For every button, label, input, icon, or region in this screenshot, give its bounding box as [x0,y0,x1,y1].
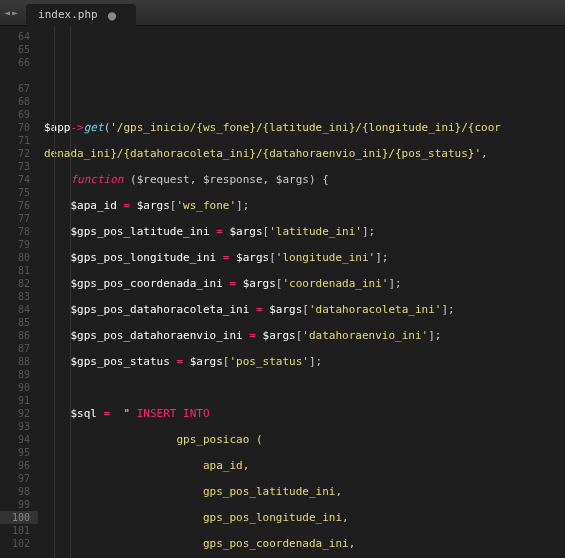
titlebar: ◄ ► index.php ● [0,0,565,26]
code-line: gps_pos_longitude_ini, [44,511,559,524]
line-number: 88 [0,355,30,368]
line-number: 93 [0,420,30,433]
line-number: 97 [0,472,30,485]
line-number: 65 [0,43,30,56]
line-number: 76 [0,199,30,212]
line-number: 102 [0,537,30,550]
line-number: 75 [0,186,30,199]
code-line: $gps_pos_coordenada_ini = $args['coorden… [44,277,559,290]
line-number [0,69,30,82]
line-number: 80 [0,251,30,264]
code-area[interactable]: $app->get('/gps_inicio/{ws_fone}/{latitu… [38,26,565,558]
code-line: $apa_id = $args['ws_fone']; [44,199,559,212]
line-number: 94 [0,433,30,446]
line-number: 90 [0,381,30,394]
line-number: 96 [0,459,30,472]
code-line: $gps_pos_latitude_ini = $args['latitude_… [44,225,559,238]
code-line: $gps_pos_longitude_ini = $args['longitud… [44,251,559,264]
line-number: 100 [0,511,38,524]
code-line: $gps_pos_datahoracoleta_ini = $args['dat… [44,303,559,316]
line-number: 98 [0,485,30,498]
line-number: 77 [0,212,30,225]
code-line [44,69,559,82]
line-number: 95 [0,446,30,459]
line-number: 72 [0,147,30,160]
line-number: 101 [0,524,30,537]
code-line [44,95,559,108]
line-gutter[interactable]: 646566 676869707172737475767778798081828… [0,26,38,558]
line-number: 73 [0,160,30,173]
code-line [44,381,559,394]
line-number: 82 [0,277,30,290]
tab-dirty-icon: ● [108,7,116,23]
line-number: 70 [0,121,30,134]
line-number: 89 [0,368,30,381]
line-number: 67 [0,82,30,95]
line-number: 91 [0,394,30,407]
code-line: function ($request, $response, $args) { [44,173,559,186]
line-number: 84 [0,303,30,316]
code-line: $gps_pos_status = $args['pos_status']; [44,355,559,368]
line-number: 87 [0,342,30,355]
code-line: $app->get('/gps_inicio/{ws_fone}/{latitu… [44,121,559,134]
line-number: 71 [0,134,30,147]
line-number: 86 [0,329,30,342]
code-line: $sql = " INSERT INTO [44,407,559,420]
line-number: 78 [0,225,30,238]
line-number: 74 [0,173,30,186]
nav-back-icon[interactable]: ◄ [4,7,10,18]
line-number: 79 [0,238,30,251]
line-number: 81 [0,264,30,277]
nav-arrows: ◄ ► [4,7,18,18]
line-number: 92 [0,407,30,420]
line-number: 69 [0,108,30,121]
code-line: denada_ini}/{datahoracoleta_ini}/{dataho… [44,147,559,160]
code-line: $gps_pos_datahoraenvio_ini = $args['data… [44,329,559,342]
code-line: apa_id, [44,459,559,472]
line-number: 99 [0,498,30,511]
line-number: 64 [0,30,30,43]
line-number: 66 [0,56,30,69]
tab-index-php[interactable]: index.php ● [26,4,136,26]
tab-filename: index.php [38,8,98,21]
editor: 646566 676869707172737475767778798081828… [0,26,565,558]
line-number: 83 [0,290,30,303]
code-line: gps_pos_latitude_ini, [44,485,559,498]
code-line: gps_posicao ( [44,433,559,446]
line-number: 85 [0,316,30,329]
code-line: gps_pos_coordenada_ini, [44,537,559,550]
nav-forward-icon[interactable]: ► [12,7,18,18]
line-number: 68 [0,95,30,108]
